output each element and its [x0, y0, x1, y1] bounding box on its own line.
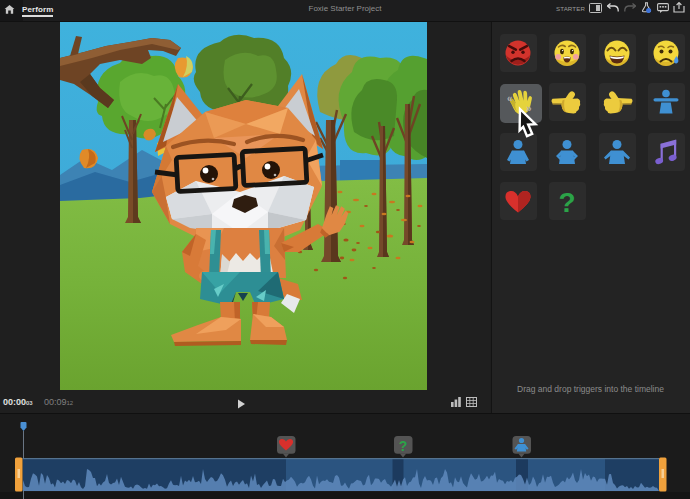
svg-text:«: «	[507, 93, 513, 104]
svg-text:?: ?	[399, 438, 408, 454]
svg-text:?: ?	[558, 187, 575, 218]
